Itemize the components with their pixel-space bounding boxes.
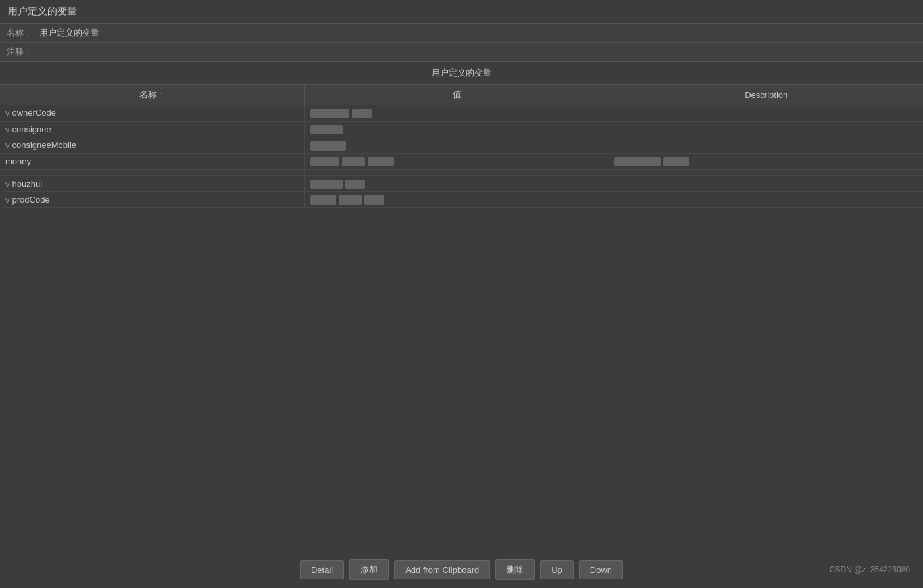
table-header-row: 名称： 值 Description xyxy=(0,85,923,105)
up-button[interactable]: Up xyxy=(540,560,574,579)
cell-name: vownerCode xyxy=(0,105,305,122)
name-label: 名称： xyxy=(7,27,39,39)
cell-value xyxy=(305,153,609,170)
cell-name: vprodCode xyxy=(0,191,305,208)
add-button[interactable]: 添加 xyxy=(349,559,389,580)
col-header-name: 名称： xyxy=(0,85,305,105)
table-title: 用户定义的变量 xyxy=(0,62,923,85)
cell-name: vhouzhui xyxy=(0,176,305,192)
cell-value xyxy=(305,176,609,192)
page-container: 用户定义的变量 名称： 用户定义的变量 注释： 用户定义的变量 名称： 值 De… xyxy=(0,0,923,588)
table-container[interactable]: 名称： 值 Description vownerCode vconsignee … xyxy=(0,85,923,551)
cell-desc xyxy=(609,105,923,122)
cell-desc xyxy=(609,170,923,176)
footer-bar: Detail 添加 Add from Clipboard 删除 Up Down … xyxy=(0,551,923,588)
name-value: 用户定义的变量 xyxy=(39,27,99,39)
page-title: 用户定义的变量 xyxy=(0,0,923,23)
var-name: ownerCode xyxy=(12,108,57,118)
cell-name: vconsignee xyxy=(0,121,305,137)
meta-section: 名称： 用户定义的变量 注释： xyxy=(0,23,923,62)
table-row[interactable]: vownerCode xyxy=(0,105,923,122)
cell-value xyxy=(305,170,609,176)
blurred-value xyxy=(310,157,339,166)
add-from-clipboard-button[interactable]: Add from Clipboard xyxy=(394,560,490,579)
meta-name-row: 名称： 用户定义的变量 xyxy=(0,24,923,43)
blurred-value xyxy=(345,180,365,189)
table-row[interactable]: money xyxy=(0,153,923,170)
down-button[interactable]: Down xyxy=(579,560,623,579)
blurred-value xyxy=(310,180,343,189)
table-row[interactable] xyxy=(0,170,923,176)
col-header-desc: Description xyxy=(609,85,923,105)
var-name: consignee xyxy=(12,124,51,134)
blurred-value xyxy=(352,109,372,118)
meta-comment-row: 注释： xyxy=(0,43,923,61)
cell-desc xyxy=(609,153,923,170)
blurred-value xyxy=(368,157,394,166)
var-prefix: v xyxy=(5,195,10,205)
col-header-value: 值 xyxy=(305,85,609,105)
cell-desc xyxy=(609,121,923,137)
detail-button[interactable]: Detail xyxy=(300,560,344,579)
cell-value xyxy=(305,121,609,137)
var-name: money xyxy=(5,157,31,166)
blurred-value xyxy=(364,195,384,205)
cell-desc xyxy=(609,137,923,154)
var-prefix: v xyxy=(5,108,10,118)
blurred-value xyxy=(310,195,336,205)
cell-desc xyxy=(609,176,923,192)
variables-table: 名称： 值 Description vownerCode vconsignee … xyxy=(0,85,923,208)
blurred-value xyxy=(310,109,349,118)
delete-button[interactable]: 删除 xyxy=(495,559,535,580)
var-prefix: v xyxy=(5,124,10,134)
var-prefix: v xyxy=(5,140,10,150)
blurred-value xyxy=(310,125,343,134)
cell-desc xyxy=(609,191,923,208)
watermark: CSDN @z_354226080 xyxy=(830,565,910,574)
cell-value xyxy=(305,105,609,122)
cell-value xyxy=(305,137,609,154)
table-row[interactable]: vconsigneeMobile xyxy=(0,137,923,154)
table-row[interactable]: vprodCode xyxy=(0,191,923,208)
var-name: houzhui xyxy=(12,179,43,189)
var-name: prodCode xyxy=(12,195,50,205)
blurred-value xyxy=(310,141,346,151)
cell-name: vconsigneeMobile xyxy=(0,137,305,154)
var-prefix: v xyxy=(5,179,10,189)
blurred-value xyxy=(339,195,362,205)
cell-name: money xyxy=(0,153,305,170)
table-section: 用户定义的变量 名称： 值 Description vownerCode vco… xyxy=(0,62,923,551)
cell-value xyxy=(305,191,609,208)
blurred-value xyxy=(342,157,365,166)
blurred-desc xyxy=(614,157,661,166)
comment-label: 注释： xyxy=(7,46,39,58)
blurred-desc xyxy=(663,157,689,166)
var-name: consigneeMobile xyxy=(12,140,77,150)
cell-name xyxy=(0,170,305,176)
table-row[interactable]: vhouzhui xyxy=(0,176,923,192)
table-row[interactable]: vconsignee xyxy=(0,121,923,137)
